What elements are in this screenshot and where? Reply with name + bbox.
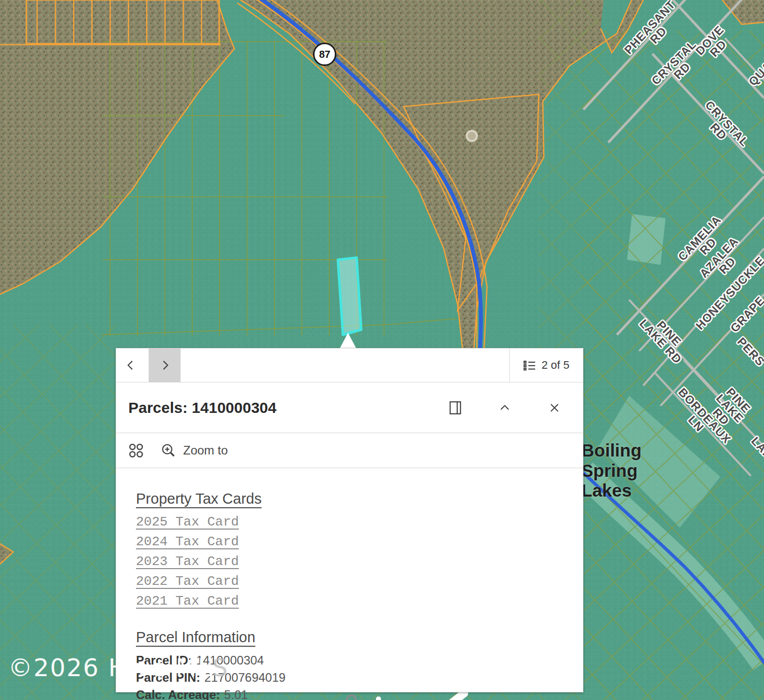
chevron-up-icon — [498, 401, 511, 414]
previous-feature-button[interactable] — [116, 348, 146, 382]
chevron-right-icon — [158, 359, 171, 372]
popup-action-row: Zoom to — [116, 433, 583, 468]
dock-icon — [447, 400, 463, 415]
chevron-left-icon — [124, 359, 137, 372]
popup-title-row: Parcels: 1410000304 — [116, 382, 583, 433]
tax-card-link-2021[interactable]: 2021 Tax Card — [136, 593, 239, 609]
mls-watermark-popup-part: S — [212, 653, 228, 682]
tax-card-link-2025[interactable]: 2025 Tax Card — [136, 514, 239, 530]
cul-de-sac — [467, 131, 477, 141]
close-icon — [548, 402, 561, 414]
parcel-info-heading: Parcel Information — [136, 629, 563, 646]
popup-nav-row: 2 of 5 — [116, 348, 583, 382]
zoom-in-magnifier-icon — [161, 443, 176, 458]
grid-dots-icon[interactable] — [128, 443, 144, 458]
calc-acreage-label: Calc. Acreage: — [136, 688, 220, 700]
highway-shield-number: 87 — [319, 49, 330, 60]
collapse-popup-button[interactable] — [495, 398, 515, 418]
parcel-popup: 2 of 5 Parcels: 1410000304 — [116, 348, 583, 692]
mls-watermark-map-part: ©2026 Hive ML — [8, 653, 212, 682]
tax-card-link-2022[interactable]: 2022 Tax Card — [136, 574, 239, 589]
next-feature-button[interactable] — [149, 348, 181, 382]
selected-parcel-highlight[interactable] — [338, 258, 361, 335]
mls-watermark: ©2026 Hive MLS — [8, 653, 229, 682]
zoom-to-label: Zoom to — [183, 443, 228, 458]
list-icon — [523, 359, 536, 372]
calc-acreage-row: Calc. Acreage:5.01 — [136, 687, 563, 700]
pagination-count: 2 of 5 — [541, 359, 569, 372]
zoom-to-action[interactable]: Zoom to — [161, 443, 228, 458]
city-label-boiling-spring-lakes: Boiling Spring Lakes — [581, 440, 642, 501]
highway-shield-87: 87 — [313, 43, 336, 66]
nav-spacer — [181, 348, 509, 382]
calc-acreage-value: 5.01 — [224, 688, 248, 700]
tax-card-link-2023[interactable]: 2023 Tax Card — [136, 554, 239, 569]
dock-popup-button[interactable] — [445, 398, 465, 418]
tax-cards-heading: Property Tax Cards — [136, 491, 563, 507]
feature-pagination[interactable]: 2 of 5 — [509, 348, 583, 382]
tax-card-links: 2025 Tax Card 2024 Tax Card 2023 Tax Car… — [136, 514, 563, 609]
close-popup-button[interactable] — [544, 398, 565, 418]
tax-card-link-2024[interactable]: 2024 Tax Card — [136, 534, 239, 549]
popup-title: Parcels: 1410000304 — [128, 399, 445, 416]
map-viewer: PHEASANT RD DOVE RD CRYSTAL RD QUA CRYST… — [0, 0, 764, 700]
